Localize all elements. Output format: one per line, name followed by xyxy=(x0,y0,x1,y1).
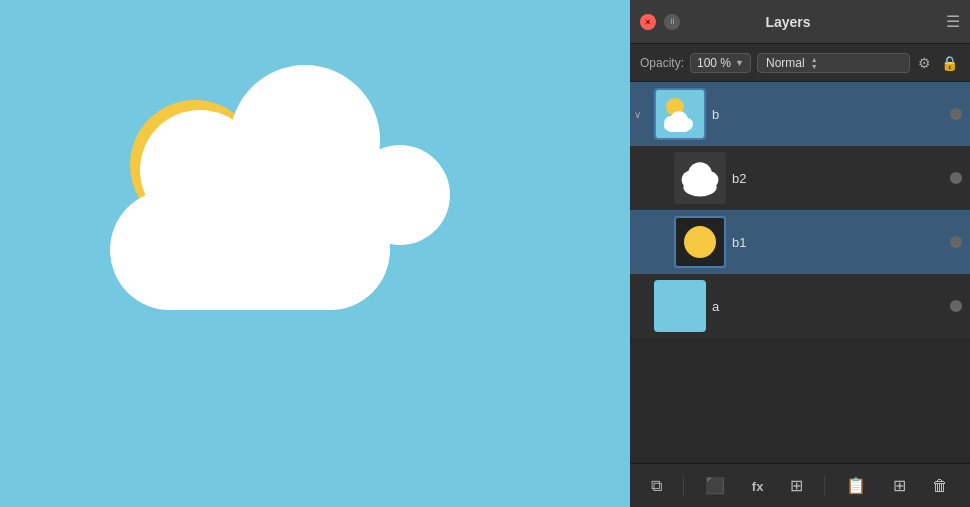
cloud-shape xyxy=(80,130,420,310)
page-copy-button[interactable]: 📋 xyxy=(840,472,872,499)
thumb-b1-content xyxy=(676,218,724,266)
delete-button[interactable]: 🗑 xyxy=(926,473,954,499)
layer-visibility-toggle[interactable] xyxy=(950,172,962,184)
layers-panel: × ⏸ Layers ☰ Opacity: 100 % ▼ Normal ▲ ▼… xyxy=(630,0,970,507)
opacity-value: 100 % xyxy=(697,56,731,70)
mosaic-button[interactable]: ⊞ xyxy=(887,472,912,499)
grid-button[interactable]: ⊞ xyxy=(784,472,809,499)
fx-icon: fx xyxy=(752,479,764,494)
layer-name: a xyxy=(712,299,944,314)
mosaic-icon: ⊞ xyxy=(893,477,906,494)
cloud-body xyxy=(110,190,390,310)
layer-row[interactable]: ∨ b xyxy=(630,82,970,146)
toolbar-divider-2 xyxy=(824,476,825,496)
blend-arrows-icon: ▲ ▼ xyxy=(811,56,818,70)
svg-point-3 xyxy=(681,118,693,130)
canvas-area xyxy=(0,0,630,507)
layer-visibility-toggle[interactable] xyxy=(950,108,962,120)
layer-name: b1 xyxy=(732,235,944,250)
thumb-mini-cloud xyxy=(660,110,696,132)
copy-icon: ⧉ xyxy=(651,477,662,494)
grid-icon: ⊞ xyxy=(790,477,803,494)
layer-thumbnail xyxy=(674,216,726,268)
thumb-cloud-svg xyxy=(676,154,724,202)
layer-row[interactable]: b1 xyxy=(630,210,970,274)
layer-name: b xyxy=(712,107,944,122)
blend-opacity-row: Opacity: 100 % ▼ Normal ▲ ▼ ⚙ 🔒 xyxy=(630,44,970,82)
svg-point-7 xyxy=(702,172,719,189)
blend-mode-value: Normal xyxy=(766,56,805,70)
lock-button[interactable]: 🔒 xyxy=(939,53,960,73)
mask-button[interactable]: ⬛ xyxy=(699,472,731,499)
layer-thumbnail xyxy=(654,280,706,332)
thumb-a-content xyxy=(654,280,706,332)
thumb-sun-circle xyxy=(684,226,716,258)
layer-name: b2 xyxy=(732,171,944,186)
opacity-control[interactable]: 100 % ▼ xyxy=(690,53,751,73)
copy-layers-button[interactable]: ⧉ xyxy=(645,473,668,499)
cloud-wrapper xyxy=(80,130,420,310)
fx-button[interactable]: fx xyxy=(746,473,770,499)
mask-icon: ⬛ xyxy=(705,477,725,494)
layer-thumbnail xyxy=(674,152,726,204)
page-copy-icon: 📋 xyxy=(846,477,866,494)
panel-title: Layers xyxy=(638,14,938,30)
lock-icon: 🔒 xyxy=(941,55,958,71)
toolbar-divider xyxy=(683,476,684,496)
layer-thumbnail xyxy=(654,88,706,140)
layer-visibility-toggle[interactable] xyxy=(950,300,962,312)
panel-toolbar: ⧉ ⬛ fx ⊞ 📋 ⊞ 🗑 xyxy=(630,463,970,507)
opacity-label: Opacity: xyxy=(640,56,684,70)
layer-visibility-toggle[interactable] xyxy=(950,236,962,248)
thumb-b2-content xyxy=(674,152,726,204)
layer-row[interactable]: b2 xyxy=(630,146,970,210)
menu-icon: ☰ xyxy=(946,13,960,30)
blend-mode-control[interactable]: Normal ▲ ▼ xyxy=(757,53,910,73)
thumb-b-content xyxy=(656,90,704,138)
opacity-chevron-icon: ▼ xyxy=(735,58,744,68)
menu-button[interactable]: ☰ xyxy=(946,12,960,31)
panel-header: × ⏸ Layers ☰ xyxy=(630,0,970,44)
trash-icon: 🗑 xyxy=(932,477,948,494)
gear-button[interactable]: ⚙ xyxy=(916,53,933,73)
expand-icon[interactable]: ∨ xyxy=(634,109,648,120)
gear-icon: ⚙ xyxy=(918,55,931,71)
layers-list: ∨ b xyxy=(630,82,970,463)
layer-row[interactable]: a xyxy=(630,274,970,338)
